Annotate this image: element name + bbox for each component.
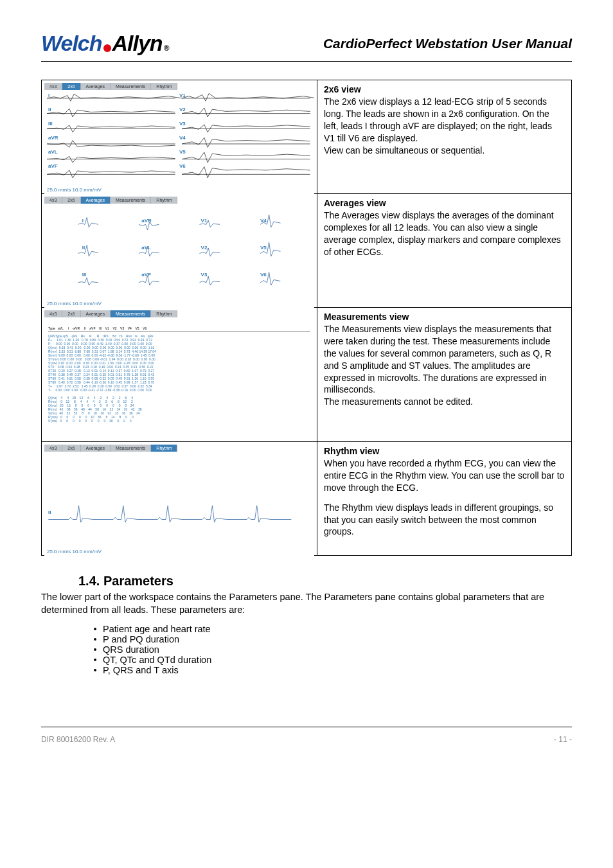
lead-label: I bbox=[82, 218, 84, 224]
tabs-bar: 4x3 2x6 Averages Measurements Rhythm bbox=[44, 83, 314, 90]
lead-label: II bbox=[82, 245, 85, 251]
measurements-data: QRSType qrS qRs Rs R R rRS' rSr' rS RsV … bbox=[48, 334, 310, 423]
view-body: The Measurements view displays the measu… bbox=[324, 323, 565, 408]
lead-label: V1 bbox=[201, 218, 208, 224]
registered-icon: ® bbox=[164, 44, 170, 53]
tab-averages[interactable]: Averages bbox=[81, 83, 111, 90]
thumb-2x6: 4x3 2x6 Averages Measurements Rhythm I I… bbox=[42, 80, 317, 194]
lead-label: aVR bbox=[48, 135, 58, 141]
tab-rhythm[interactable]: Rhythm bbox=[151, 310, 177, 317]
lead-label: III bbox=[82, 272, 87, 278]
tab-measurements[interactable]: Measurements bbox=[111, 197, 151, 204]
list-item: QRS duration bbox=[87, 644, 572, 655]
list-item: Patient age and heart rate bbox=[87, 624, 572, 634]
lead-label: III bbox=[48, 121, 53, 127]
header-divider bbox=[41, 61, 572, 62]
tabs-bar: 4x3 2x6 Averages Measurements Rhythm bbox=[44, 310, 314, 317]
lead-label: aVF bbox=[48, 163, 58, 169]
lead-label: aVF bbox=[141, 272, 151, 278]
view-title: Measurements view bbox=[324, 312, 565, 322]
footer-right: - 11 - bbox=[554, 735, 572, 744]
tab-measurements[interactable]: Measurements bbox=[111, 445, 151, 452]
lead-label: V5 bbox=[260, 245, 267, 251]
lead-label: V4 bbox=[260, 218, 267, 224]
tab-2x6[interactable]: 2x6 bbox=[62, 310, 80, 317]
footer-divider bbox=[41, 727, 572, 727]
manual-title: CardioPerfect Webstation User Manual bbox=[323, 36, 572, 51]
lead-label: aVR bbox=[141, 218, 152, 224]
lead-label: V1 bbox=[179, 93, 186, 98]
desc-averages: Averages view The Averages view displays… bbox=[317, 194, 572, 308]
tab-averages[interactable]: Averages bbox=[81, 310, 111, 317]
ecg-complex-icon bbox=[44, 204, 314, 308]
thumb-measurements: 4x3 2x6 Averages Measurements Rhythm Typ… bbox=[42, 308, 317, 442]
tab-rhythm[interactable]: Rhythm bbox=[151, 445, 177, 452]
view-body: The Averages view displays the averages … bbox=[324, 209, 565, 258]
desc-measurements: Measurements view The Measurements view … bbox=[317, 308, 572, 442]
tab-2x6[interactable]: 2x6 bbox=[62, 445, 80, 452]
lead-label: V4 bbox=[179, 135, 186, 141]
view-body-p1: When you have recorded a rhythm ECG, you… bbox=[324, 457, 565, 494]
lead-label: II bbox=[48, 107, 51, 112]
view-body-p2: The Rhythm view displays leads in differ… bbox=[324, 502, 565, 538]
tab-measurements[interactable]: Measurements bbox=[111, 83, 151, 90]
section-intro: The lower part of the workspace contains… bbox=[41, 591, 572, 616]
scale-label: 25.0 mm/s 10.0 mm/mV bbox=[47, 187, 102, 193]
footer-left: DIR 80016200 Rev. A bbox=[41, 735, 115, 744]
list-item: QT, QTc and QTd duration bbox=[87, 655, 572, 665]
welchallyn-logo: Welch Allyn ® bbox=[41, 31, 169, 56]
ecg-rhythm-icon bbox=[44, 452, 314, 556]
view-title: 2x6 view bbox=[324, 84, 565, 94]
table-row: 4x3 2x6 Averages Measurements Rhythm I a… bbox=[42, 194, 572, 308]
tabs-bar: 4x3 2x6 Averages Measurements Rhythm bbox=[44, 197, 314, 204]
tab-rhythm[interactable]: Rhythm bbox=[151, 83, 177, 90]
tab-averages[interactable]: Averages bbox=[81, 197, 111, 204]
tab-averages[interactable]: Averages bbox=[81, 445, 111, 452]
desc-2x6: 2x6 view The 2x6 view displays a 12 lead… bbox=[317, 80, 572, 194]
desc-rhythm: Rhythm view When you have recorded a rhy… bbox=[317, 442, 572, 556]
page-footer: DIR 80016200 Rev. A - 11 - bbox=[41, 732, 572, 744]
views-table: 4x3 2x6 Averages Measurements Rhythm I I… bbox=[41, 80, 572, 556]
lead-label: I bbox=[48, 93, 49, 98]
page-header: Welch Allyn ® CardioPerfect Webstation U… bbox=[41, 31, 572, 56]
lead-label: V6 bbox=[260, 272, 267, 278]
lead-label: V5 bbox=[179, 149, 186, 155]
tab-4x3[interactable]: 4x3 bbox=[44, 83, 62, 90]
lead-label: aVL bbox=[48, 149, 58, 155]
lead-label: V6 bbox=[179, 163, 186, 169]
table-row: 4x3 2x6 Averages Measurements Rhythm Typ… bbox=[42, 308, 572, 442]
list-item: P and PQ duration bbox=[87, 634, 572, 644]
logo-welch: Welch bbox=[41, 31, 102, 56]
list-item: P, QRS and T axis bbox=[87, 665, 572, 675]
scale-label: 25.0 mm/s 10.0 mm/mV bbox=[47, 301, 102, 306]
thumb-averages: 4x3 2x6 Averages Measurements Rhythm I a… bbox=[42, 194, 317, 308]
measurements-header-row: Type aVL I -aVR II aVF III V1 V2 V3 V4 V… bbox=[48, 326, 310, 332]
tab-4x3[interactable]: 4x3 bbox=[44, 197, 62, 204]
view-body: The 2x6 view displays a 12 lead-ECG stri… bbox=[324, 96, 565, 156]
tabs-bar: 4x3 2x6 Averages Measurements Rhythm bbox=[44, 445, 314, 452]
logo-allyn: Allyn bbox=[112, 31, 163, 56]
section-heading: 1.4. Parameters bbox=[78, 574, 572, 589]
lead-label: II bbox=[48, 509, 51, 515]
logo-dot-icon bbox=[103, 44, 111, 52]
tab-2x6[interactable]: 2x6 bbox=[62, 83, 80, 90]
thumb-rhythm: 4x3 2x6 Averages Measurements Rhythm II … bbox=[42, 442, 317, 556]
table-row: 4x3 2x6 Averages Measurements Rhythm I I… bbox=[42, 80, 572, 194]
tab-rhythm[interactable]: Rhythm bbox=[151, 197, 177, 204]
lead-label: aVL bbox=[141, 245, 151, 251]
view-title: Rhythm view bbox=[324, 446, 565, 456]
tab-measurements[interactable]: Measurements bbox=[111, 310, 151, 317]
table-row: 4x3 2x6 Averages Measurements Rhythm II … bbox=[42, 442, 572, 556]
tab-2x6[interactable]: 2x6 bbox=[62, 197, 80, 204]
parameter-list: Patient age and heart rate P and PQ dura… bbox=[87, 624, 572, 675]
lead-label: V3 bbox=[201, 272, 208, 278]
ecg-waveform-icon bbox=[44, 90, 314, 194]
lead-label: V3 bbox=[179, 121, 186, 127]
tab-4x3[interactable]: 4x3 bbox=[44, 445, 62, 452]
tab-4x3[interactable]: 4x3 bbox=[44, 310, 62, 317]
view-title: Averages view bbox=[324, 198, 565, 208]
lead-label: V2 bbox=[201, 245, 208, 251]
scale-label: 25.0 mm/s 10.0 mm/mV bbox=[47, 549, 102, 554]
lead-label: V2 bbox=[179, 107, 186, 112]
